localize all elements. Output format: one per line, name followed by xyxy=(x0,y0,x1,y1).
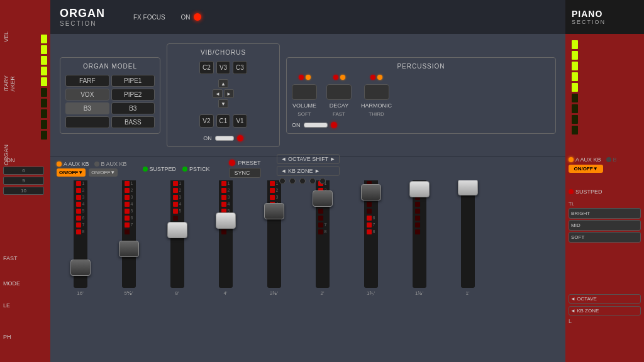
f8-l3 xyxy=(173,195,178,200)
s16-l3 xyxy=(125,195,130,200)
pipe2-btn[interactable]: PIPE2 xyxy=(111,89,155,101)
pipe1-btn[interactable]: PIPE1 xyxy=(111,75,155,87)
meter-led-8 xyxy=(41,109,47,118)
223-foot: 1' xyxy=(466,290,470,296)
bass-btn[interactable]: BASS xyxy=(111,116,155,128)
vib-on-switch[interactable] xyxy=(215,136,234,141)
percussion-title: PERCUSSION xyxy=(292,63,550,70)
str8-knob[interactable] xyxy=(313,190,333,207)
v3-btn[interactable]: V3 xyxy=(216,61,230,74)
piano-header: PIANO SECTION xyxy=(565,0,644,34)
aux-b-onoff-btn[interactable]: ON/OFF▼ xyxy=(89,168,118,177)
meter-led-7 xyxy=(41,99,47,107)
str4-knob[interactable] xyxy=(409,181,430,197)
organ-title: ORGAN xyxy=(60,7,105,20)
decay-sub: FAST xyxy=(333,111,345,117)
bass16-foot: 16' xyxy=(77,290,83,296)
aux-a-label: A AUX KB xyxy=(64,161,89,167)
farf-btn[interactable]: FARF xyxy=(65,75,109,87)
meter-led-4 xyxy=(41,67,47,75)
volume-knob[interactable] xyxy=(292,84,317,100)
fast-label-left: FAST xyxy=(3,255,18,261)
fader-col-bass16: BASS16 16' 1 2 3 4 5 6 7 8 xyxy=(57,162,104,296)
left-meter xyxy=(41,35,47,140)
o8-l2 xyxy=(221,188,226,193)
r-led-4 xyxy=(572,72,578,81)
flute8-knob[interactable] xyxy=(167,222,187,238)
harmonic-knob[interactable] xyxy=(364,84,389,100)
c3-btn[interactable]: C3 xyxy=(233,61,247,74)
flute4-knob[interactable] xyxy=(361,184,381,200)
fader-col-flute8: FLUTE8 4' 1 2 3 4 5 8' xyxy=(153,162,201,296)
c1-btn[interactable]: C1 xyxy=(216,114,231,128)
harmonic-label: HARMONIC xyxy=(361,102,392,109)
left-dial-1[interactable]: 6 xyxy=(3,167,44,175)
sync-btn[interactable]: SYNC xyxy=(229,168,261,178)
flute4-track: 6 7 8 xyxy=(364,178,378,288)
b3-btn[interactable]: B3 xyxy=(65,102,109,114)
bright-btn[interactable]: BRIGHT xyxy=(569,208,641,219)
vox-btn[interactable]: VOX xyxy=(65,89,109,101)
aux-a-led xyxy=(57,162,62,167)
vib-right-btn[interactable]: ► xyxy=(224,89,234,98)
s4-l6 xyxy=(415,216,420,221)
aux-a-onoff-btn[interactable]: ON/OFF▼ xyxy=(57,168,86,177)
left-dial-2[interactable]: 9 xyxy=(3,177,44,185)
decay-leds xyxy=(333,75,345,80)
octave-kb-controls: ◄ OCTAVE SHIFT ► ◄ KB ZONE ► xyxy=(277,154,340,184)
f8-l1 xyxy=(173,181,178,186)
vib-on-group: ON xyxy=(203,135,243,141)
vib-controls: C2 V3 C3 ▲ ◄ ► ▼ V2 C1 V1 xyxy=(172,61,274,141)
s16-l4 xyxy=(125,202,130,207)
oboe8-track: 1 2 3 4 5 xyxy=(219,178,233,288)
right-aux-section: A AUX KB B ON/OFF▼ xyxy=(569,156,641,173)
right-tone-controls: TI. BRIGHT MID SOFT xyxy=(569,201,641,244)
meter-led-1 xyxy=(41,35,47,43)
kb-zone-btn[interactable]: ◄ KB ZONE ► xyxy=(277,166,340,176)
vib-up-btn[interactable]: ▲ xyxy=(218,79,228,88)
b16-l1 xyxy=(76,181,81,186)
r-led-1 xyxy=(572,40,578,49)
s8-l7 xyxy=(318,222,323,228)
harmonic-led-2 xyxy=(377,75,382,80)
bass16-knob[interactable] xyxy=(70,260,91,276)
octave-shift-btn[interactable]: ◄ OCTAVE SHIFT ► xyxy=(277,154,340,164)
decay-group: DECAY FAST xyxy=(326,75,352,117)
str16-knob[interactable] xyxy=(119,241,139,257)
vib-down-btn[interactable]: ▼ xyxy=(218,99,228,108)
zone-dot-3 xyxy=(299,178,306,184)
vib-chorus-box: VIB/CHORUS C2 V3 C3 ▲ ◄ ► ▼ xyxy=(167,43,280,147)
octave-right-btn[interactable]: ◄ OCTAVE xyxy=(569,294,641,304)
ph-label-left: PH xyxy=(3,334,11,340)
piano-title: PIANO xyxy=(572,9,606,19)
perc-on-switch[interactable] xyxy=(304,123,328,128)
f4-l5 xyxy=(367,209,372,214)
v2-btn[interactable]: V2 xyxy=(199,114,213,128)
b16-l2 xyxy=(76,188,81,193)
organ-model-title: ORGAN MODEL xyxy=(65,63,155,70)
sustped-label-right: SUSTPED xyxy=(575,189,602,195)
223-knob[interactable] xyxy=(458,179,478,195)
s4-l5 xyxy=(415,209,420,214)
meter-led-9 xyxy=(41,120,47,129)
fader-col-str16: STR16 8' 1 2 3 4 5 6 7 5⅓ xyxy=(105,162,152,296)
vib-top-row: C2 V3 C3 xyxy=(199,61,247,74)
b16-l6 xyxy=(76,216,81,221)
trmp8-knob[interactable] xyxy=(264,203,284,219)
left-dial-3[interactable]: 10 xyxy=(3,187,44,195)
kb-zone-right-btn[interactable]: ◄ KB ZONE xyxy=(569,306,641,315)
mid-btn[interactable]: MID xyxy=(569,220,641,231)
on-text: ON xyxy=(181,14,191,21)
right-on-off-btn[interactable]: ON/OFF▼ xyxy=(569,165,603,173)
c2-btn[interactable]: C2 xyxy=(199,61,214,74)
oboe8-knob[interactable] xyxy=(216,212,236,229)
flute8-track: 1 2 3 4 5 xyxy=(170,178,184,288)
v1-btn[interactable]: V1 xyxy=(233,114,247,128)
f8-l5 xyxy=(173,209,178,214)
soft-btn[interactable]: SOFT xyxy=(569,232,641,243)
decay-knob[interactable] xyxy=(326,84,352,100)
right-sustped: SUSTPED xyxy=(569,189,602,195)
le-label-left: LE xyxy=(3,302,10,309)
str16-leds: 1 2 3 4 5 6 7 xyxy=(125,181,133,234)
vib-left-btn[interactable]: ◄ xyxy=(213,89,223,98)
